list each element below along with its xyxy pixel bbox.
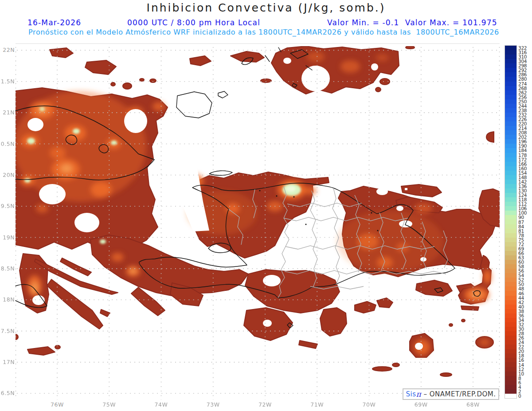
colorbar-swatch bbox=[505, 305, 516, 309]
colorbar-label: 280 bbox=[518, 77, 532, 81]
colorbar-swatch bbox=[505, 135, 516, 139]
colorbar-swatch bbox=[505, 291, 516, 295]
colorbar-swatch bbox=[505, 286, 516, 291]
colorbar-label: 87 bbox=[518, 220, 532, 224]
lon-label: 68W bbox=[460, 401, 486, 408]
colorbar-label: 90 bbox=[518, 215, 532, 219]
sispi-logo: Sis bbox=[406, 390, 416, 398]
colorbar-swatch bbox=[505, 278, 516, 282]
colorbar-swatch bbox=[505, 260, 516, 264]
colorbar-swatch bbox=[505, 202, 516, 206]
colorbar-swatch bbox=[505, 224, 516, 229]
colorbar-swatch bbox=[505, 197, 516, 202]
lat-label: 17N bbox=[0, 359, 15, 365]
colorbar-swatch bbox=[505, 229, 516, 233]
forecast-map-page: Inhibicion Convectiva (J/kg, somb.) 16-M… bbox=[0, 0, 532, 411]
colorbar-swatch bbox=[505, 108, 516, 113]
lat-label: 6.5N bbox=[0, 390, 15, 396]
colorbar-swatch bbox=[505, 349, 516, 353]
colorbar-swatch bbox=[505, 153, 516, 157]
colorbar-swatch bbox=[505, 344, 516, 349]
colorbar-swatch bbox=[505, 233, 516, 238]
colorbar-swatch bbox=[505, 376, 516, 380]
colorbar-swatch bbox=[505, 238, 516, 242]
colorbar-swatch bbox=[505, 157, 516, 162]
colorbar-swatch bbox=[505, 139, 516, 144]
lon-label: 71W bbox=[304, 401, 330, 408]
colorbar-swatch bbox=[505, 331, 516, 336]
colorbar-swatch bbox=[505, 171, 516, 175]
colorbar-swatch bbox=[505, 211, 516, 215]
lat-label: 21N bbox=[0, 109, 15, 116]
colorbar-swatch bbox=[505, 193, 516, 197]
colorbar-swatch bbox=[505, 247, 516, 251]
colorbar-swatch bbox=[505, 117, 516, 121]
colorbar-swatch bbox=[505, 336, 516, 340]
lat-label: 0.5N bbox=[0, 141, 15, 147]
colorbar-swatch bbox=[505, 255, 516, 260]
colorbar-label: 184 bbox=[518, 148, 532, 153]
colorbar-label: 48 bbox=[518, 286, 532, 291]
lon-label: 69W bbox=[408, 401, 434, 408]
colorbar-swatch bbox=[505, 184, 516, 188]
colorbar-swatch bbox=[505, 380, 516, 385]
colorbar-swatch bbox=[505, 353, 516, 358]
colorbar-swatch bbox=[505, 318, 516, 322]
colorbar-swatch bbox=[505, 104, 516, 108]
colorbar-swatch bbox=[505, 68, 516, 72]
lat-label: 9.5N bbox=[0, 203, 15, 209]
colorbar-swatch bbox=[505, 86, 516, 90]
colorbar-swatch bbox=[505, 126, 516, 130]
attribution-text: – ONAMET/REP.DOM. bbox=[421, 390, 496, 398]
colorbar-swatch bbox=[505, 99, 516, 104]
colorbar-swatch bbox=[505, 309, 516, 313]
colorbar-swatch bbox=[505, 63, 516, 68]
colorbar-swatch bbox=[505, 322, 516, 327]
colorbar-swatch bbox=[505, 180, 516, 184]
colorbar-swatch bbox=[505, 82, 516, 86]
colorbar-swatch bbox=[505, 215, 516, 219]
colorbar-swatch bbox=[505, 206, 516, 211]
colorbar-swatch bbox=[505, 313, 516, 318]
colorbar-swatch bbox=[505, 340, 516, 344]
map-canvas bbox=[0, 0, 532, 411]
colorbar-swatch bbox=[505, 55, 516, 59]
cin-shading-layer bbox=[13, 46, 500, 376]
colorbar-swatch bbox=[505, 251, 516, 255]
colorbar-swatch bbox=[505, 385, 516, 389]
colorbar-swatch bbox=[505, 46, 516, 50]
tortuga-island bbox=[209, 171, 232, 175]
colorbar-swatch bbox=[505, 296, 516, 300]
colorbar-swatch bbox=[505, 372, 516, 376]
lat-label: 8.5N bbox=[0, 265, 15, 272]
colorbar-swatch bbox=[505, 362, 516, 367]
pi-symbol: π bbox=[416, 390, 421, 399]
colorbar-swatch bbox=[505, 327, 516, 331]
colorbar-swatch bbox=[505, 144, 516, 148]
colorbar-label: 46 bbox=[518, 291, 532, 296]
lat-label: 19N bbox=[0, 234, 15, 241]
colorbar-swatch bbox=[505, 148, 516, 153]
lat-label: 7.5N bbox=[0, 328, 15, 334]
colorbar-swatch bbox=[505, 90, 516, 95]
colorbar-label: 0 bbox=[518, 394, 532, 398]
great-inagua bbox=[176, 92, 212, 118]
turks-caicos bbox=[265, 55, 270, 62]
lon-label: 72W bbox=[252, 401, 278, 408]
lon-label: 74W bbox=[148, 401, 175, 408]
colorbar-swatch bbox=[505, 72, 516, 77]
colorbar-swatch bbox=[505, 389, 516, 394]
colorbar-swatch bbox=[505, 121, 516, 126]
lon-label: 73W bbox=[200, 401, 227, 408]
lat-label: 18N bbox=[0, 296, 15, 303]
colorbar-swatch bbox=[505, 113, 516, 117]
colorbar-swatch bbox=[505, 95, 516, 99]
little-inagua bbox=[218, 91, 228, 98]
colorbar-swatch bbox=[505, 264, 516, 269]
colorbar-swatch bbox=[505, 394, 516, 398]
attribution-box: Sisπ – ONAMET/REP.DOM. bbox=[403, 388, 499, 400]
colorbar-swatch bbox=[505, 219, 516, 224]
lon-label: 70W bbox=[356, 401, 383, 408]
colorbar: 3223163103042982922862802742682622562502… bbox=[505, 46, 532, 398]
colorbar-swatch bbox=[505, 175, 516, 180]
